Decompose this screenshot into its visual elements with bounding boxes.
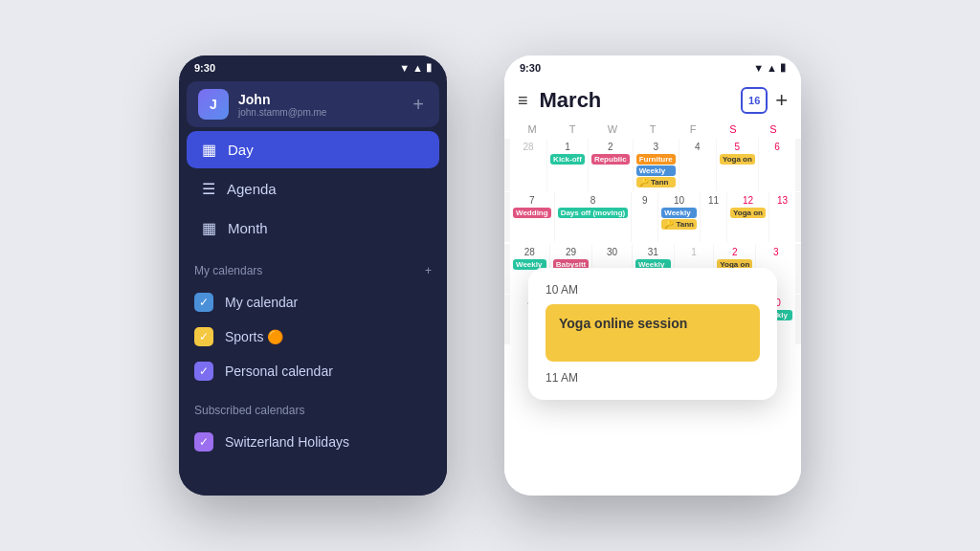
event-kickoff[interactable]: Kick-off bbox=[550, 154, 585, 165]
wifi-icon: ▲ bbox=[412, 62, 423, 74]
battery-icon: ▮ bbox=[426, 61, 432, 74]
cal-sports[interactable]: ✓ Sports 🟠 bbox=[179, 320, 447, 354]
left-content: J John john.stamm@pm.me + ▦ Day ☰ Agenda… bbox=[179, 81, 447, 496]
add-calendar-icon[interactable]: + bbox=[425, 264, 432, 277]
sports-check: ✓ bbox=[194, 327, 213, 346]
event-weekly-10[interactable]: Weekly bbox=[661, 208, 697, 218]
week-1: 28 1 Kick-off 2 Republic 3 Furniture Wee… bbox=[504, 139, 801, 191]
my-cal-check: ✓ bbox=[194, 293, 213, 312]
event-republic[interactable]: Republic bbox=[591, 154, 630, 165]
day-s1: S bbox=[713, 120, 753, 139]
nav-day-label: Day bbox=[228, 142, 254, 158]
user-email: john.stamm@pm.me bbox=[238, 107, 409, 118]
add-account-button[interactable]: + bbox=[409, 94, 428, 116]
event-yoga-12[interactable]: Yoga on bbox=[730, 208, 766, 218]
right-time: 9:30 bbox=[520, 62, 541, 74]
user-header[interactable]: J John john.stamm@pm.me + bbox=[187, 81, 439, 127]
event-wedding[interactable]: Wedding bbox=[513, 208, 551, 218]
r-wifi: ▲ bbox=[767, 62, 777, 74]
left-status-icons: ▼ ▲ ▮ bbox=[399, 61, 432, 74]
my-cal-label: My calendar bbox=[225, 295, 298, 310]
cell-13[interactable]: 13 bbox=[769, 192, 795, 242]
avatar: J bbox=[198, 89, 229, 120]
right-status-icons: ▼ ▲ ▮ bbox=[753, 61, 786, 74]
popup-time-end: 11 AM bbox=[546, 371, 760, 385]
nav-agenda-label: Agenda bbox=[227, 181, 277, 197]
user-info: John john.stamm@pm.me bbox=[238, 92, 409, 118]
event-popup[interactable]: 10 AM Yoga online session 11 AM bbox=[528, 268, 777, 400]
cal-swiss[interactable]: ✓ Switzerland Holidays bbox=[179, 425, 447, 459]
menu-icon[interactable]: ≡ bbox=[518, 91, 528, 111]
left-time: 9:30 bbox=[194, 62, 215, 74]
nav-month-label: Month bbox=[228, 220, 268, 236]
day-icon: ▦ bbox=[202, 141, 216, 159]
signal-icon: ▼ bbox=[399, 62, 410, 74]
calendar-header: ≡ March 16 + bbox=[504, 77, 801, 120]
day-s2: S bbox=[753, 120, 793, 139]
day-f: F bbox=[673, 120, 713, 139]
event-tann-3[interactable]: 🔑 Tann bbox=[636, 177, 676, 187]
cell-3[interactable]: 3 Furniture Weekly 🔑 Tann bbox=[634, 139, 679, 191]
event-tann-10[interactable]: 🔑 Tann bbox=[661, 219, 697, 230]
cell-28-prev[interactable]: 28 bbox=[510, 139, 546, 191]
nav-month[interactable]: ▦ Month bbox=[187, 209, 439, 247]
day-t2: T bbox=[633, 120, 673, 139]
agenda-icon: ☰ bbox=[202, 180, 215, 198]
cal-my-calendar[interactable]: ✓ My calendar bbox=[179, 285, 447, 320]
week-2: 7 Wedding 8 Days off (moving) 9 10 Weekl… bbox=[504, 192, 801, 242]
r-battery: ▮ bbox=[780, 61, 786, 74]
event-yoga-5[interactable]: Yoga on bbox=[720, 154, 755, 165]
cell-11[interactable]: 11 bbox=[701, 192, 726, 242]
r-signal: ▼ bbox=[753, 62, 764, 74]
user-name: John bbox=[238, 92, 409, 107]
nav-day[interactable]: ▦ Day bbox=[187, 131, 439, 168]
swiss-check: ✓ bbox=[194, 432, 213, 452]
my-calendars-header: My calendars + bbox=[179, 249, 447, 285]
month-icon: ▦ bbox=[202, 219, 216, 237]
sports-label: Sports 🟠 bbox=[225, 329, 283, 344]
subscribed-header: Subscribed calendars bbox=[179, 388, 447, 425]
cell-6[interactable]: 6 bbox=[759, 139, 795, 191]
cell-9[interactable]: 9 bbox=[632, 192, 657, 242]
cell-12[interactable]: 12 Yoga on bbox=[727, 192, 768, 242]
nav-agenda[interactable]: ☰ Agenda bbox=[187, 170, 439, 208]
cell-7[interactable]: 7 Wedding bbox=[510, 192, 554, 242]
cell-4[interactable]: 4 bbox=[679, 139, 716, 191]
cell-1[interactable]: 1 Kick-off bbox=[547, 139, 588, 191]
cell-8[interactable]: 8 Days off (moving) bbox=[555, 192, 632, 242]
swiss-label: Switzerland Holidays bbox=[225, 434, 349, 450]
day-m: M bbox=[512, 120, 552, 139]
right-status-bar: 9:30 ▼ ▲ ▮ bbox=[504, 55, 801, 77]
popup-time-start: 10 AM bbox=[546, 283, 760, 297]
date-badge[interactable]: 16 bbox=[741, 87, 768, 114]
cell-10[interactable]: 10 Weekly 🔑 Tann bbox=[658, 192, 700, 242]
left-status-bar: 9:30 ▼ ▲ ▮ bbox=[179, 55, 447, 77]
cell-5[interactable]: 5 Yoga on bbox=[717, 139, 758, 191]
day-t1: T bbox=[552, 120, 592, 139]
calendar-add-button[interactable]: + bbox=[775, 88, 788, 113]
day-headers-row: M T W T F S S bbox=[504, 120, 801, 139]
event-daysoff[interactable]: Days off (moving) bbox=[558, 208, 629, 218]
day-w: W bbox=[592, 120, 633, 139]
right-phone: 9:30 ▼ ▲ ▮ ≡ March 16 + M T W T F S S 28 bbox=[504, 55, 801, 496]
personal-label: Personal calendar bbox=[225, 364, 333, 379]
personal-check: ✓ bbox=[194, 362, 213, 381]
popup-event-label[interactable]: Yoga online session bbox=[546, 304, 760, 362]
left-phone: 9:30 ▼ ▲ ▮ J John john.stamm@pm.me + ▦ D… bbox=[179, 55, 447, 496]
cal-personal[interactable]: ✓ Personal calendar bbox=[179, 354, 447, 388]
cell-2[interactable]: 2 Republic bbox=[589, 139, 633, 191]
event-weekly-3[interactable]: Weekly bbox=[636, 165, 676, 176]
calendar-title: March bbox=[540, 88, 742, 113]
event-furniture[interactable]: Furniture bbox=[636, 154, 676, 165]
